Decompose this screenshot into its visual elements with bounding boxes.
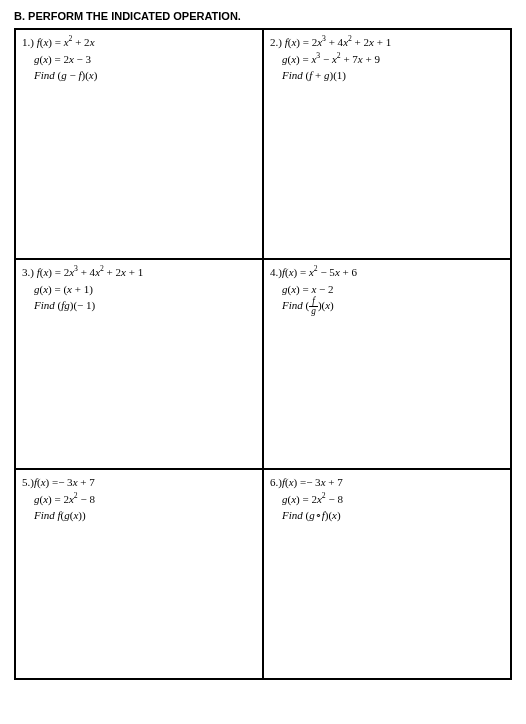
problem-line: Find (fg)(− 1) [22, 297, 256, 314]
problem-line: f(x) = 2x3 + 4x2 + 2x + 1 [37, 266, 144, 278]
problem-6: 6.)f(x) =− 3x + 7 g(x) = 2x2 − 8 Find (g… [263, 469, 511, 679]
problem-5: 5.)f(x) =− 3x + 7 g(x) = 2x2 − 8 Find f(… [15, 469, 263, 679]
problem-line: g(x) = 2x2 − 8 [270, 491, 504, 508]
problem-3: 3.) f(x) = 2x3 + 4x2 + 2x + 1 g(x) = (x … [15, 259, 263, 469]
problem-number: 3.) [22, 266, 34, 278]
problem-number: 2.) [270, 36, 282, 48]
problem-line: f(x) = 2x3 + 4x2 + 2x + 1 [285, 36, 392, 48]
problem-number: 4.) [270, 266, 282, 278]
problem-line: Find (g∘f)(x) [270, 507, 504, 524]
problem-4: 4.)f(x) = x2 − 5x + 6 g(x) = x − 2 Find … [263, 259, 511, 469]
problem-line: f(x) =− 3x + 7 [282, 476, 343, 488]
problem-line: Find f(g(x)) [22, 507, 256, 524]
section-title: B. PERFORM THE INDICATED OPERATION. [14, 10, 512, 22]
problem-line: g(x) = 2x2 − 8 [22, 491, 256, 508]
problem-2: 2.) f(x) = 2x3 + 4x2 + 2x + 1 g(x) = x3 … [263, 29, 511, 259]
problem-line: Find (fg)(x) [270, 297, 504, 317]
problem-number: 6.) [270, 476, 282, 488]
problem-line: g(x) = x3 − x2 + 7x + 9 [270, 51, 504, 68]
problem-1: 1.) f(x) = x2 + 2x g(x) = 2x − 3 Find (g… [15, 29, 263, 259]
problem-line: g(x) = 2x − 3 [22, 51, 256, 68]
problem-line: Find (f + g)(1) [270, 67, 504, 84]
problem-line: g(x) = x − 2 [270, 281, 504, 298]
problem-number: 1.) [22, 36, 34, 48]
problem-line: f(x) =− 3x + 7 [34, 476, 95, 488]
problem-line: g(x) = (x + 1) [22, 281, 256, 298]
problem-number: 5.) [22, 476, 34, 488]
problem-line: f(x) = x2 + 2x [37, 36, 95, 48]
problem-line: Find (g − f)(x) [22, 67, 256, 84]
problem-line: f(x) = x2 − 5x + 6 [282, 266, 357, 278]
problem-grid: 1.) f(x) = x2 + 2x g(x) = 2x − 3 Find (g… [14, 28, 512, 680]
